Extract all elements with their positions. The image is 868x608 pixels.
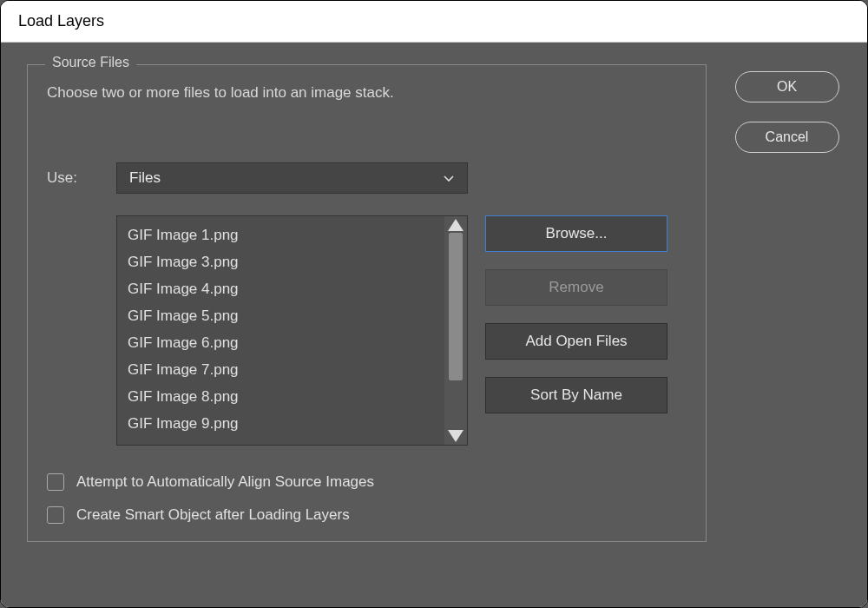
chevron-down-icon <box>443 172 455 184</box>
smart-object-label: Create Smart Object after Loading Layers <box>76 506 350 524</box>
list-item[interactable]: GIF Image 10.png <box>117 437 444 445</box>
add-open-files-button[interactable]: Add Open Files <box>485 323 667 360</box>
use-select[interactable]: Files <box>116 162 468 194</box>
remove-button: Remove <box>485 269 667 306</box>
auto-align-checkbox-row[interactable]: Attempt to Automatically Align Source Im… <box>47 473 687 491</box>
checkbox-group: Attempt to Automatically Align Source Im… <box>28 454 706 541</box>
source-files-group: Source Files Choose two or more files to… <box>27 64 707 542</box>
side-buttons: OK Cancel <box>724 64 850 598</box>
sort-by-name-button[interactable]: Sort By Name <box>485 377 667 413</box>
list-item[interactable]: GIF Image 3.png <box>117 248 444 275</box>
source-files-legend: Source Files <box>45 55 136 70</box>
use-label: Use: <box>47 169 99 187</box>
scrollbar[interactable] <box>444 216 467 445</box>
auto-align-label: Attempt to Automatically Align Source Im… <box>76 473 374 491</box>
file-area: GIF Image 1.pngGIF Image 3.pngGIF Image … <box>28 202 706 454</box>
file-buttons: Browse... Remove Add Open Files Sort By … <box>485 215 667 413</box>
file-list-items: GIF Image 1.pngGIF Image 3.pngGIF Image … <box>117 216 444 445</box>
load-layers-dialog: Load Layers Source Files Choose two or m… <box>0 0 868 608</box>
list-item[interactable]: GIF Image 6.png <box>117 329 444 356</box>
use-row: Use: Files <box>28 110 706 202</box>
list-item[interactable]: GIF Image 4.png <box>117 275 444 302</box>
smart-object-checkbox[interactable] <box>47 506 64 524</box>
scroll-thumb[interactable] <box>449 233 463 380</box>
list-item[interactable]: GIF Image 7.png <box>117 356 444 383</box>
list-item[interactable]: GIF Image 8.png <box>117 383 444 410</box>
auto-align-checkbox[interactable] <box>47 473 64 491</box>
dialog-content: Source Files Choose two or more files to… <box>1 43 867 607</box>
file-listbox[interactable]: GIF Image 1.pngGIF Image 3.pngGIF Image … <box>116 215 468 446</box>
scroll-up-icon[interactable] <box>448 219 464 231</box>
list-item[interactable]: GIF Image 9.png <box>117 410 444 437</box>
list-item[interactable]: GIF Image 1.png <box>117 221 444 248</box>
ok-button[interactable]: OK <box>735 71 839 102</box>
list-item[interactable]: GIF Image 5.png <box>117 302 444 329</box>
main-column: Source Files Choose two or more files to… <box>27 64 707 598</box>
smart-object-checkbox-row[interactable]: Create Smart Object after Loading Layers <box>47 506 687 524</box>
use-select-value: Files <box>129 169 161 187</box>
instruction-text: Choose two or more files to load into an… <box>28 65 706 110</box>
scroll-down-icon[interactable] <box>448 430 464 442</box>
cancel-button[interactable]: Cancel <box>735 122 839 153</box>
browse-button[interactable]: Browse... <box>485 215 667 252</box>
dialog-title: Load Layers <box>1 1 867 43</box>
